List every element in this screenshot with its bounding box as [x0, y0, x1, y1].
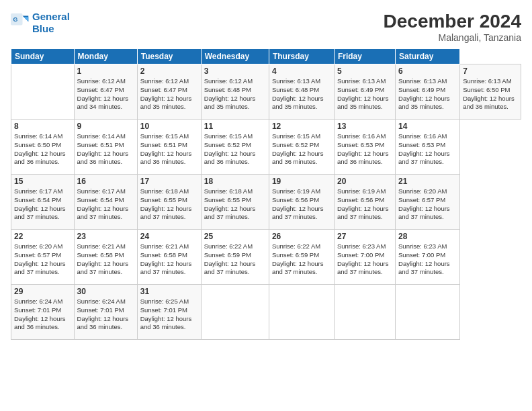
calendar-cell: 19 Sunrise: 6:19 AMSunset: 6:56 PMDaylig…: [269, 175, 334, 230]
day-number: 26: [272, 232, 331, 241]
calendar-cell: 11 Sunrise: 6:15 AMSunset: 6:52 PMDaylig…: [201, 120, 269, 175]
title-block: December 2024 Malangali, Tanzania: [384, 11, 521, 43]
day-detail: Sunrise: 6:12 AMSunset: 6:47 PMDaylight:…: [140, 77, 192, 110]
col-sunday: Sunday: [11, 49, 75, 64]
day-number: 28: [398, 232, 457, 241]
calendar-cell: [334, 285, 395, 340]
calendar-cell: 18 Sunrise: 6:18 AMSunset: 6:55 PMDaylig…: [201, 175, 269, 230]
calendar-cell: 6 Sunrise: 6:13 AMSunset: 6:49 PMDayligh…: [396, 64, 460, 120]
day-detail: Sunrise: 6:23 AMSunset: 7:00 PMDaylight:…: [337, 242, 389, 275]
day-number: 12: [272, 122, 331, 131]
day-number: 20: [337, 177, 392, 186]
calendar-cell: [396, 285, 460, 340]
calendar-table: Sunday Monday Tuesday Wednesday Thursday…: [11, 48, 521, 340]
day-number: 13: [337, 122, 392, 131]
day-detail: Sunrise: 6:21 AMSunset: 6:58 PMDaylight:…: [77, 242, 129, 275]
day-detail: Sunrise: 6:22 AMSunset: 6:59 PMDaylight:…: [272, 242, 324, 275]
day-number: 14: [398, 122, 457, 131]
logo-line1: General: [32, 11, 70, 22]
day-detail: Sunrise: 6:25 AMSunset: 7:01 PMDaylight:…: [140, 298, 192, 330]
week-row-0: 1 Sunrise: 6:12 AMSunset: 6:47 PMDayligh…: [11, 64, 521, 120]
day-detail: Sunrise: 6:21 AMSunset: 6:58 PMDaylight:…: [140, 242, 192, 275]
calendar-cell: 29 Sunrise: 6:24 AMSunset: 7:01 PMDaylig…: [11, 285, 75, 340]
week-row-2: 15 Sunrise: 6:17 AMSunset: 6:54 PMDaylig…: [11, 175, 521, 230]
calendar-cell: 28 Sunrise: 6:23 AMSunset: 7:00 PMDaylig…: [396, 230, 460, 285]
day-number: 29: [14, 287, 71, 296]
col-thursday: Thursday: [269, 49, 334, 64]
day-number: 21: [398, 177, 457, 186]
day-number: 8: [14, 122, 71, 131]
week-row-1: 8 Sunrise: 6:14 AMSunset: 6:50 PMDayligh…: [11, 120, 521, 175]
header-row: Sunday Monday Tuesday Wednesday Thursday…: [11, 49, 521, 64]
day-detail: Sunrise: 6:24 AMSunset: 7:01 PMDaylight:…: [14, 298, 66, 330]
day-number: 11: [204, 122, 266, 131]
calendar-cell: 23 Sunrise: 6:21 AMSunset: 6:58 PMDaylig…: [74, 230, 137, 285]
calendar-cell: 2 Sunrise: 6:12 AMSunset: 6:47 PMDayligh…: [137, 64, 201, 120]
page: G General Blue December 2024 Malangali, …: [0, 0, 532, 411]
day-number: 6: [398, 66, 457, 76]
day-detail: Sunrise: 6:17 AMSunset: 6:54 PMDaylight:…: [77, 187, 129, 220]
day-number: 5: [337, 66, 392, 76]
day-detail: Sunrise: 6:19 AMSunset: 6:56 PMDaylight:…: [337, 187, 389, 220]
calendar-title: December 2024: [384, 11, 521, 32]
day-number: 10: [140, 122, 198, 131]
day-number: 27: [337, 232, 392, 241]
header: G General Blue December 2024 Malangali, …: [11, 11, 521, 43]
day-number: 23: [77, 232, 134, 241]
day-detail: Sunrise: 6:15 AMSunset: 6:51 PMDaylight:…: [140, 132, 192, 165]
calendar-cell: 13 Sunrise: 6:16 AMSunset: 6:53 PMDaylig…: [334, 120, 395, 175]
calendar-cell: 1 Sunrise: 6:12 AMSunset: 6:47 PMDayligh…: [74, 64, 137, 120]
calendar-cell: 4 Sunrise: 6:13 AMSunset: 6:48 PMDayligh…: [269, 64, 334, 120]
calendar-cell: 7 Sunrise: 6:13 AMSunset: 6:50 PMDayligh…: [460, 64, 521, 120]
day-detail: Sunrise: 6:14 AMSunset: 6:51 PMDaylight:…: [77, 132, 129, 165]
day-number: 2: [140, 66, 198, 76]
calendar-cell: 25 Sunrise: 6:22 AMSunset: 6:59 PMDaylig…: [201, 230, 269, 285]
calendar-subtitle: Malangali, Tanzania: [384, 32, 521, 43]
calendar-cell: 9 Sunrise: 6:14 AMSunset: 6:51 PMDayligh…: [74, 120, 137, 175]
col-tuesday: Tuesday: [137, 49, 201, 64]
day-number: 22: [14, 232, 71, 241]
day-detail: Sunrise: 6:14 AMSunset: 6:50 PMDaylight:…: [14, 132, 66, 165]
col-monday: Monday: [74, 49, 137, 64]
week-row-4: 29 Sunrise: 6:24 AMSunset: 7:01 PMDaylig…: [11, 285, 521, 340]
day-number: 19: [272, 177, 331, 186]
calendar-cell: [269, 285, 334, 340]
day-detail: Sunrise: 6:15 AMSunset: 6:52 PMDaylight:…: [272, 132, 324, 165]
day-number: 7: [463, 66, 518, 76]
day-detail: Sunrise: 6:20 AMSunset: 6:57 PMDaylight:…: [14, 242, 66, 275]
day-detail: Sunrise: 6:13 AMSunset: 6:48 PMDaylight:…: [272, 77, 324, 110]
day-detail: Sunrise: 6:22 AMSunset: 6:59 PMDaylight:…: [204, 242, 256, 275]
logo: G General Blue: [11, 11, 70, 35]
day-detail: Sunrise: 6:18 AMSunset: 6:55 PMDaylight:…: [204, 187, 256, 220]
calendar-cell: 30 Sunrise: 6:24 AMSunset: 7:01 PMDaylig…: [74, 285, 137, 340]
day-number: 3: [204, 66, 266, 76]
day-detail: Sunrise: 6:23 AMSunset: 7:00 PMDaylight:…: [398, 242, 450, 275]
col-saturday: Saturday: [396, 49, 460, 64]
calendar-cell: 22 Sunrise: 6:20 AMSunset: 6:57 PMDaylig…: [11, 230, 75, 285]
day-detail: Sunrise: 6:13 AMSunset: 6:49 PMDaylight:…: [337, 77, 389, 110]
calendar-cell: 16 Sunrise: 6:17 AMSunset: 6:54 PMDaylig…: [74, 175, 137, 230]
day-detail: Sunrise: 6:12 AMSunset: 6:48 PMDaylight:…: [204, 77, 256, 110]
calendar-cell: 12 Sunrise: 6:15 AMSunset: 6:52 PMDaylig…: [269, 120, 334, 175]
day-detail: Sunrise: 6:18 AMSunset: 6:55 PMDaylight:…: [140, 187, 192, 220]
day-number: 15: [14, 177, 71, 186]
day-detail: Sunrise: 6:19 AMSunset: 6:56 PMDaylight:…: [272, 187, 324, 220]
calendar-cell: [201, 285, 269, 340]
day-number: 16: [77, 177, 134, 186]
col-friday: Friday: [334, 49, 395, 64]
calendar-cell: 8 Sunrise: 6:14 AMSunset: 6:50 PMDayligh…: [11, 120, 75, 175]
calendar-cell: 21 Sunrise: 6:20 AMSunset: 6:57 PMDaylig…: [396, 175, 460, 230]
calendar-cell: 3 Sunrise: 6:12 AMSunset: 6:48 PMDayligh…: [201, 64, 269, 120]
day-number: 1: [77, 66, 134, 76]
day-number: 9: [77, 122, 134, 131]
day-number: 31: [140, 287, 198, 296]
day-detail: Sunrise: 6:12 AMSunset: 6:47 PMDaylight:…: [77, 77, 129, 110]
day-number: 4: [272, 66, 331, 76]
day-detail: Sunrise: 6:24 AMSunset: 7:01 PMDaylight:…: [77, 298, 129, 330]
day-number: 30: [77, 287, 134, 296]
calendar-cell: 15 Sunrise: 6:17 AMSunset: 6:54 PMDaylig…: [11, 175, 75, 230]
calendar-cell: 27 Sunrise: 6:23 AMSunset: 7:00 PMDaylig…: [334, 230, 395, 285]
calendar-cell: 31 Sunrise: 6:25 AMSunset: 7:01 PMDaylig…: [137, 285, 201, 340]
col-wednesday: Wednesday: [201, 49, 269, 64]
day-number: 25: [204, 232, 266, 241]
